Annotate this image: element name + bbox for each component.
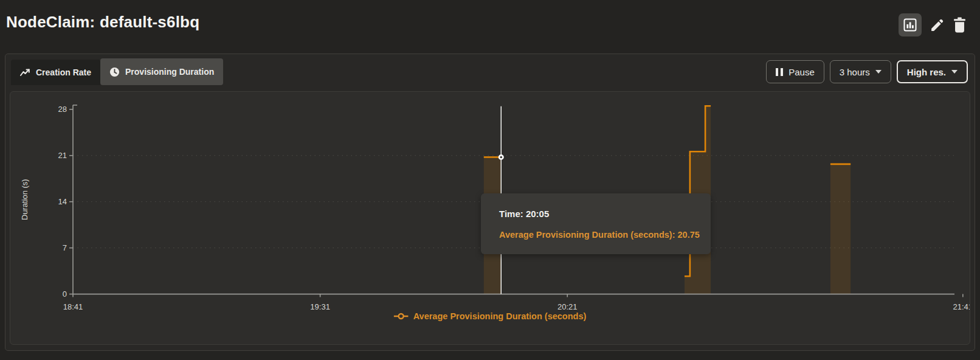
chart-view-button[interactable] [899,13,922,36]
legend-label: Average Provisioning Duration (seconds) [413,311,587,321]
trend-line-icon [20,68,30,77]
series-area [830,164,851,294]
time-range-select[interactable]: 3 hours [830,60,891,83]
tab-label: Provisioning Duration [125,67,214,77]
svg-text:19:31: 19:31 [310,302,330,311]
chevron-down-icon [951,70,958,74]
bar-chart-icon [903,18,917,32]
svg-text:20:21: 20:21 [557,302,578,311]
chart-card: 0714212818:4119:3120:2121:41Duration (s)… [10,91,970,345]
time-range-value: 3 hours [840,67,870,77]
chart-legend[interactable]: Average Provisioning Duration (seconds) [394,311,587,321]
tooltip-series-value: Average Provisioning Duration (seconds):… [499,230,700,240]
page-title: NodeClaim: default-s6lbq [6,13,199,32]
chart-panel: Creation Rate Provisioning Duration Paus… [5,54,975,351]
svg-text:21: 21 [58,151,67,160]
edit-button[interactable] [930,18,945,33]
tooltip-time: Time: 20:05 [499,209,700,219]
tab-provisioning-duration[interactable]: Provisioning Duration [100,58,223,85]
chart-toolbar: Creation Rate Provisioning Duration Paus… [11,57,968,87]
chevron-down-icon [875,70,882,74]
resolution-select[interactable]: High res. [897,60,968,83]
svg-text:14: 14 [58,197,67,206]
svg-text:18:41: 18:41 [63,302,83,311]
delete-button[interactable] [953,17,967,33]
y-axis-title: Duration (s) [20,179,29,220]
resolution-value: High res. [907,67,946,77]
tab-creation-rate[interactable]: Creation Rate [11,60,100,85]
header-actions [899,13,967,37]
toolbar-controls: Pause 3 hours High res. [766,60,968,83]
pause-label: Pause [788,67,815,77]
tab-label: Creation Rate [36,68,91,77]
svg-text:21:41: 21:41 [953,302,970,311]
chart-tooltip: Time: 20:05 Average Provisioning Duratio… [481,193,711,254]
svg-text:0: 0 [63,289,67,299]
svg-text:28: 28 [58,105,67,114]
clock-icon [109,67,120,77]
pause-button[interactable]: Pause [766,60,824,83]
tab-bar: Creation Rate Provisioning Duration [11,58,223,85]
trash-icon [953,17,967,33]
legend-marker-icon [394,313,409,320]
svg-text:7: 7 [63,243,67,252]
pencil-icon [930,18,945,33]
pause-icon [776,68,783,76]
